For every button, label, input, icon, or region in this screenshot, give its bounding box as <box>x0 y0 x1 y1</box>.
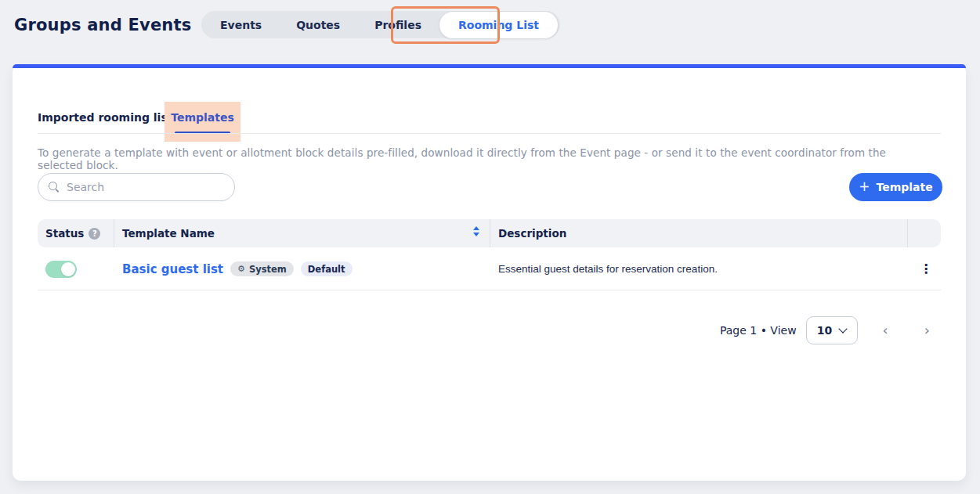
top-tab-bar: Events Quotes Profiles Rooming List <box>201 11 560 38</box>
card-top-accent-bar <box>13 64 966 68</box>
help-icon[interactable]: ? <box>89 228 100 240</box>
page-size-value: 10 <box>817 324 832 337</box>
page-size-dropdown[interactable]: 10 <box>806 316 858 344</box>
system-badge: ⚙ System <box>230 261 294 276</box>
status-header-label: Status <box>45 227 84 240</box>
status-toggle-on[interactable] <box>45 261 77 278</box>
prev-page-button[interactable]: ‹ <box>877 320 895 341</box>
tab-templates-label: Templates <box>165 111 240 124</box>
sort-desc-triangle <box>473 233 479 236</box>
template-name-link[interactable]: Basic guest list <box>122 262 223 276</box>
gear-icon: ⚙ <box>237 265 245 273</box>
tabs-divider <box>38 133 941 134</box>
table-row: Basic guest list ⚙ System Default Essent… <box>38 247 941 290</box>
column-divider <box>907 219 908 247</box>
templates-table: Status ? Template Name Description Basic… <box>38 219 941 290</box>
tab-rooming-list[interactable]: Rooming List <box>439 11 559 39</box>
column-header-template-name: Template Name <box>122 227 215 240</box>
sort-asc-triangle <box>473 226 479 230</box>
search-icon <box>48 181 60 193</box>
sort-icon[interactable] <box>473 226 479 236</box>
pagination: Page 1 • View 10 ‹ › <box>38 316 941 345</box>
add-template-button[interactable]: + Template <box>849 173 942 201</box>
column-header-description: Description <box>498 227 566 240</box>
column-divider <box>490 219 490 247</box>
search-input[interactable] <box>67 181 225 193</box>
table-header: Status ? Template Name Description <box>38 219 941 247</box>
tab-templates[interactable]: Templates <box>165 102 240 142</box>
add-template-label: Template <box>877 181 933 193</box>
column-divider <box>114 219 114 247</box>
template-name-cell: Basic guest list ⚙ System Default <box>122 247 353 290</box>
tab-profiles[interactable]: Profiles <box>357 11 439 38</box>
tab-events[interactable]: Events <box>203 11 279 38</box>
tab-quotes[interactable]: Quotes <box>279 11 357 38</box>
tab-imported-rooming-lists[interactable]: Imported rooming lists <box>38 111 179 124</box>
next-page-button[interactable]: › <box>918 320 936 341</box>
description-cell: Essential guest details for reservation … <box>498 247 718 290</box>
helper-text: To generate a template with event or all… <box>38 146 931 171</box>
rooming-list-card: Imported rooming lists Templates To gene… <box>13 64 966 481</box>
column-header-status: Status ? <box>45 227 100 240</box>
search-box[interactable] <box>38 173 235 201</box>
default-badge: Default <box>301 261 353 276</box>
page-title: Groups and Events <box>14 16 191 34</box>
chevron-down-icon <box>839 324 848 333</box>
plus-icon: + <box>859 180 870 193</box>
system-badge-label: System <box>249 264 287 275</box>
page-label: Page 1 • View <box>720 324 797 337</box>
row-menu-kebab-icon[interactable]: ⋮ <box>917 247 935 290</box>
